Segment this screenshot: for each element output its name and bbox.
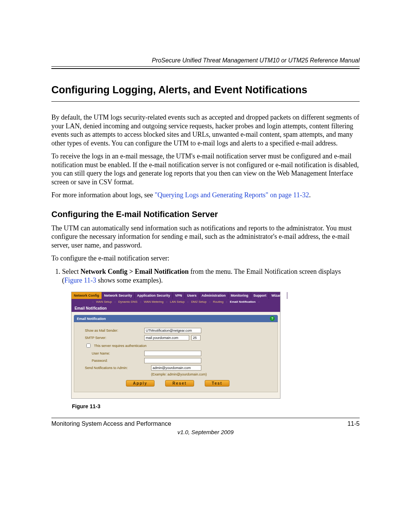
input-smtp-port[interactable] bbox=[191, 335, 201, 340]
step-1-text-c: shows some examples). bbox=[96, 276, 163, 284]
paragraph-3: For more information about logs, see "Qu… bbox=[51, 191, 360, 200]
panel-header: Email Notification ? bbox=[74, 315, 278, 322]
panel-header-text: Email Notification bbox=[77, 317, 106, 321]
sub-nav-bar: :: WAN Setup :: Dynamic DNS :: WAN Meter… bbox=[72, 299, 280, 305]
label-password: Password: bbox=[92, 359, 142, 363]
button-row: Apply Reset Test bbox=[85, 380, 271, 387]
header-rule-thin bbox=[51, 66, 360, 67]
footer-version: v1.0, September 2009 bbox=[51, 429, 360, 435]
paragraph-2: To receive the logs in an e-mail message… bbox=[51, 152, 360, 186]
tab-users[interactable]: Users bbox=[185, 292, 199, 299]
label-smtp-server: SMTP Server: bbox=[85, 336, 142, 340]
footer-page-number: 11-5 bbox=[347, 420, 360, 427]
input-user-name[interactable] bbox=[144, 351, 201, 356]
figure-caption: Figure 11-3 bbox=[72, 403, 360, 409]
tab-support[interactable]: Support bbox=[251, 292, 269, 299]
section-title: Configuring Logging, Alerts, and Event N… bbox=[51, 84, 360, 96]
tab-application-security[interactable]: Application Security bbox=[135, 292, 173, 299]
paragraph-5: To configure the e-mail notification ser… bbox=[51, 254, 360, 263]
tab-monitoring[interactable]: Monitoring bbox=[228, 292, 251, 299]
subnav-lan-setup[interactable]: LAN Setup bbox=[170, 300, 185, 304]
input-smtp-host[interactable] bbox=[144, 335, 189, 340]
step-1: Select Network Config > Email Notificati… bbox=[62, 267, 360, 285]
panel-body: Show as Mail Sender: SMTP Server: This s… bbox=[74, 322, 278, 392]
subnav-dmz-setup[interactable]: DMZ Setup bbox=[191, 300, 206, 304]
figure-11-3: Network Config Network Security Applicat… bbox=[71, 292, 360, 399]
subsection-title: Configuring the E-mail Notification Serv… bbox=[51, 209, 360, 219]
input-mail-sender[interactable] bbox=[144, 328, 201, 333]
title-underline bbox=[51, 101, 360, 102]
footer-rule bbox=[51, 418, 360, 418]
apply-button[interactable]: Apply bbox=[126, 380, 155, 387]
subnav-email-notification[interactable]: Email Notification bbox=[230, 300, 256, 304]
step-1-menu-path: Network Config > Email Notification bbox=[80, 268, 188, 275]
paragraph-1: By default, the UTM logs security-relate… bbox=[51, 113, 360, 147]
label-send-to-admin: Send Notifications to Admin: bbox=[85, 366, 149, 370]
paragraph-3-post: . bbox=[309, 191, 311, 199]
subnav-wan-metering[interactable]: WAN Metering bbox=[144, 300, 164, 304]
example-note: (Example: admin@yourdomain.com) bbox=[151, 372, 271, 376]
input-password[interactable] bbox=[144, 358, 201, 363]
header-rule-thick bbox=[51, 68, 360, 69]
steps-list: Select Network Config > Email Notificati… bbox=[51, 267, 360, 285]
checkbox-requires-auth[interactable] bbox=[86, 343, 91, 348]
paragraph-3-pre: For more information about logs, see bbox=[51, 191, 155, 199]
help-icon[interactable]: ? bbox=[270, 316, 275, 321]
footer-row: Monitoring System Access and Performance… bbox=[51, 420, 360, 427]
reset-button[interactable]: Reset bbox=[165, 380, 194, 387]
screen-title-bar: Email Notification bbox=[72, 305, 280, 312]
subnav-routing[interactable]: Routing bbox=[213, 300, 224, 304]
tab-wizards[interactable]: Wizards bbox=[269, 292, 287, 299]
tab-administration[interactable]: Administration bbox=[199, 292, 229, 299]
tab-vpn[interactable]: VPN bbox=[173, 292, 185, 299]
paragraph-4: The UTM can automatically send informati… bbox=[51, 224, 360, 250]
footer-left: Monitoring System Access and Performance bbox=[51, 420, 171, 427]
tab-network-security[interactable]: Network Security bbox=[102, 292, 135, 299]
label-user-name: User Name: bbox=[92, 351, 142, 355]
running-header: ProSecure Unified Threat Management UTM1… bbox=[51, 57, 360, 64]
subnav-wan-setup[interactable]: WAN Setup bbox=[96, 300, 112, 304]
link-figure-11-3[interactable]: Figure 11-3 bbox=[64, 276, 96, 284]
test-button[interactable]: Test bbox=[205, 380, 230, 387]
email-notification-screenshot: Network Config Network Security Applicat… bbox=[71, 292, 280, 399]
tab-network-config[interactable]: Network Config bbox=[72, 292, 102, 299]
main-tab-bar: Network Config Network Security Applicat… bbox=[72, 292, 280, 299]
step-1-select: Select bbox=[62, 268, 80, 275]
label-requires-auth: This server requires authentication bbox=[94, 344, 147, 348]
subnav-dynamic-dns[interactable]: Dynamic DNS bbox=[118, 300, 137, 304]
input-admin-email[interactable] bbox=[151, 365, 201, 371]
link-querying-logs[interactable]: "Querying Logs and Generating Reports" o… bbox=[155, 191, 309, 199]
label-mail-sender: Show as Mail Sender: bbox=[85, 329, 142, 332]
